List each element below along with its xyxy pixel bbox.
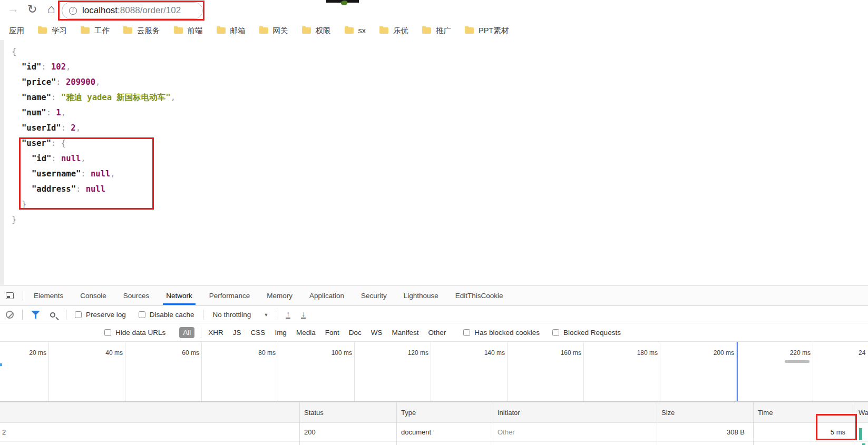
json-token: "price" <box>22 77 56 87</box>
json-line: "userId": 2, <box>12 121 175 136</box>
timeline-scrollbar-handle[interactable] <box>785 360 810 363</box>
checkbox[interactable] <box>75 311 82 318</box>
timeline-tick-label: 200 ms <box>658 349 734 357</box>
column-header-initiator[interactable]: Initiator <box>498 402 520 423</box>
tab-console[interactable]: Console <box>72 286 115 305</box>
blocked-requests-checkbox[interactable]: Blocked Requests <box>552 329 621 337</box>
checkbox[interactable] <box>463 329 470 336</box>
json-token: "userId" <box>22 123 61 133</box>
timeline-gridline <box>813 342 813 401</box>
bookmark-label: 学习 <box>52 26 67 36</box>
json-line: "address": null <box>12 182 175 197</box>
json-token: , <box>81 154 85 163</box>
tab-network[interactable]: Network <box>158 286 201 305</box>
filter-type-css[interactable]: CSS <box>251 329 266 337</box>
tab-memory[interactable]: Memory <box>258 286 301 305</box>
throttling-dropdown[interactable]: No throttling▼ <box>213 311 269 319</box>
bookmark-item[interactable]: 乐优 <box>373 26 416 36</box>
filter-type-img[interactable]: Img <box>275 329 287 337</box>
bookmark-item[interactable]: 云服务 <box>117 26 168 36</box>
filter-type-doc[interactable]: Doc <box>349 329 362 337</box>
import-har-icon[interactable]: ↑ <box>286 311 290 319</box>
column-header-time[interactable]: Time <box>758 402 773 423</box>
search-icon[interactable] <box>50 312 55 318</box>
dock-side-icon[interactable] <box>6 292 14 299</box>
bookmark-item[interactable]: 网关 <box>253 26 296 36</box>
checkbox[interactable] <box>104 329 111 336</box>
bookmark-item[interactable]: sx <box>338 26 374 35</box>
filter-type-manifest[interactable]: Manifest <box>392 329 418 337</box>
page-content: {"id": 102,"price": 209900,"name": "雅迪 y… <box>0 40 868 285</box>
tab-elements[interactable]: Elements <box>25 286 72 305</box>
json-token: null <box>91 169 110 179</box>
home-icon[interactable]: ⌂ <box>47 2 55 16</box>
forward-icon[interactable]: → <box>7 2 19 16</box>
json-line: } <box>12 197 175 212</box>
tab-lighthouse[interactable]: Lighthouse <box>395 286 447 305</box>
bookmark-label: 权限 <box>316 26 331 36</box>
json-token: "user" <box>22 139 51 148</box>
filter-type-media[interactable]: Media <box>296 329 316 337</box>
bookmark-item[interactable]: 前端 <box>168 26 210 36</box>
bookmark-item[interactable]: 推广 <box>416 26 459 36</box>
filter-type-other[interactable]: Other <box>428 329 446 337</box>
json-token: : <box>56 77 66 87</box>
address-bar[interactable]: i localhost:8088/order/102 <box>62 2 203 19</box>
page-info-icon[interactable]: i <box>69 7 77 15</box>
has-blocked-cookies-checkbox[interactable]: Has blocked cookies <box>463 329 540 337</box>
filter-type-js[interactable]: JS <box>233 329 241 337</box>
timeline-tick-label: 100 ms <box>276 349 352 357</box>
tab-application[interactable]: Application <box>301 286 353 305</box>
clear-icon[interactable] <box>6 311 14 319</box>
cell-name: 2 <box>2 423 6 442</box>
column-header-size[interactable]: Size <box>661 402 675 423</box>
export-har-icon[interactable]: ↓ <box>301 311 306 319</box>
checkbox[interactable] <box>552 329 559 336</box>
column-header-wa[interactable]: Wa <box>859 402 868 423</box>
json-token: : <box>51 93 61 102</box>
timeline-request-dot <box>0 363 2 366</box>
network-overview-timeline[interactable]: 24 20 ms40 ms60 ms80 ms100 ms120 ms140 m… <box>0 342 868 402</box>
checkbox[interactable] <box>139 311 145 318</box>
filter-type-xhr[interactable]: XHR <box>208 329 223 337</box>
tab-performance[interactable]: Performance <box>201 286 258 305</box>
filter-type-ws[interactable]: WS <box>371 329 383 337</box>
filter-type-font[interactable]: Font <box>325 329 339 337</box>
table-row[interactable]: 200text/htmljquery.min.js:70.4 kB6 ms <box>0 442 868 445</box>
blocked-requests-label: Blocked Requests <box>563 329 621 337</box>
separator <box>201 328 201 338</box>
reload-icon[interactable]: ↻ <box>27 3 37 16</box>
column-divider <box>753 402 754 445</box>
bookmark-item[interactable]: 邮箱 <box>210 26 253 36</box>
hide-data-urls-checkbox[interactable]: Hide data URLs <box>104 329 165 337</box>
column-header-status[interactable]: Status <box>304 402 324 423</box>
tab-editthiscookie[interactable]: EditThisCookie <box>447 286 512 305</box>
table-row[interactable]: 2200documentOther308 B5 ms <box>0 423 868 442</box>
json-line: "user": { <box>12 136 175 151</box>
bookmark-item[interactable]: 学习 <box>32 26 74 36</box>
bookmark-label: 网关 <box>273 26 288 36</box>
json-token: "num" <box>22 108 46 117</box>
tab-security[interactable]: Security <box>353 286 395 305</box>
timeline-tick-label: 20 ms <box>0 349 46 357</box>
json-line: "price": 209900, <box>12 75 175 90</box>
bookmark-item[interactable]: PPT素材 <box>459 26 516 36</box>
disable-cache-checkbox[interactable]: Disable cache <box>139 311 194 319</box>
filter-icon[interactable] <box>31 311 40 319</box>
url-host: localhost <box>82 5 118 15</box>
bookmark-item[interactable]: 工作 <box>74 26 117 36</box>
folder-icon <box>465 27 474 34</box>
bookmark-item[interactable]: 权限 <box>296 26 338 36</box>
filter-all-chip[interactable]: All <box>179 327 194 338</box>
separator <box>203 310 203 320</box>
table-header-row: StatusTypeInitiatorSizeTimeWa <box>0 402 868 423</box>
separator <box>278 310 278 320</box>
network-requests-table: StatusTypeInitiatorSizeTimeWa 2200docume… <box>0 402 868 445</box>
preserve-log-checkbox[interactable]: Preserve log <box>75 311 126 319</box>
json-line: } <box>12 212 175 228</box>
bookmark-item[interactable]: 应用 <box>3 26 32 36</box>
column-header-type[interactable]: Type <box>401 402 416 423</box>
tab-sources[interactable]: Sources <box>115 286 158 305</box>
browser-window: → ↻ ⌂ i localhost:8088/order/102 应用学习工作云… <box>0 0 868 445</box>
separator <box>23 291 23 301</box>
